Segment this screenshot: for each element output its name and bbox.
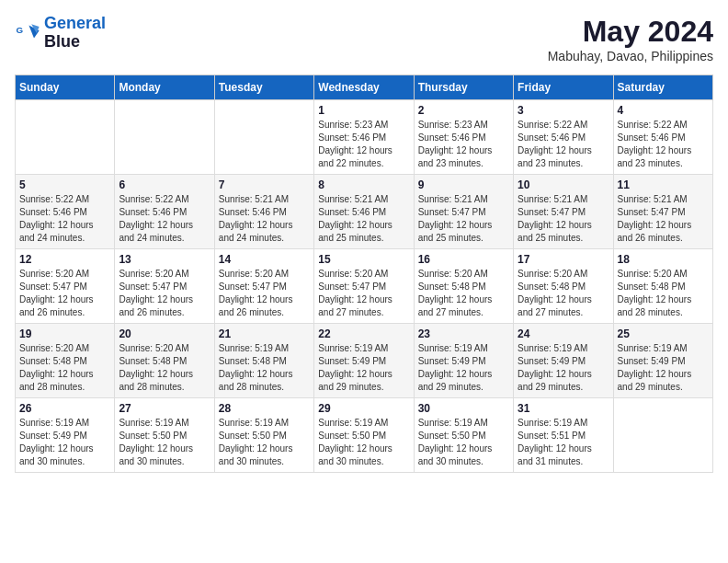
day-number: 15 <box>318 253 409 266</box>
day-number: 14 <box>219 253 310 266</box>
day-number: 27 <box>119 402 210 415</box>
logo: G General Blue <box>15 15 106 52</box>
day-header-tuesday: Tuesday <box>214 75 313 100</box>
day-number: 11 <box>618 178 709 191</box>
calendar-cell: 25Sunrise: 5:19 AM Sunset: 5:49 PM Dayli… <box>613 324 712 398</box>
calendar-cell: 13Sunrise: 5:20 AM Sunset: 5:47 PM Dayli… <box>115 249 214 324</box>
page-header: G General Blue May 2024 Mabuhay, Davao, … <box>15 15 713 63</box>
calendar-cell: 10Sunrise: 5:21 AM Sunset: 5:47 PM Dayli… <box>514 175 613 249</box>
day-info: Sunrise: 5:20 AM Sunset: 5:48 PM Dayligh… <box>19 342 110 394</box>
day-info: Sunrise: 5:19 AM Sunset: 5:49 PM Dayligh… <box>518 342 609 394</box>
day-info: Sunrise: 5:19 AM Sunset: 5:50 PM Dayligh… <box>418 417 509 468</box>
day-info: Sunrise: 5:22 AM Sunset: 5:46 PM Dayligh… <box>19 193 110 245</box>
day-info: Sunrise: 5:19 AM Sunset: 5:48 PM Dayligh… <box>219 342 310 394</box>
calendar-cell <box>16 100 115 175</box>
day-info: Sunrise: 5:22 AM Sunset: 5:46 PM Dayligh… <box>618 119 709 170</box>
day-number: 16 <box>418 253 509 266</box>
day-header-sunday: Sunday <box>16 75 115 100</box>
day-number: 21 <box>219 327 310 340</box>
day-info: Sunrise: 5:20 AM Sunset: 5:48 PM Dayligh… <box>418 268 509 319</box>
calendar-cell <box>115 100 214 175</box>
day-info: Sunrise: 5:19 AM Sunset: 5:49 PM Dayligh… <box>618 342 709 394</box>
day-number: 7 <box>219 178 310 191</box>
day-info: Sunrise: 5:21 AM Sunset: 5:46 PM Dayligh… <box>219 193 310 245</box>
logo-text: General Blue <box>44 15 106 52</box>
day-info: Sunrise: 5:22 AM Sunset: 5:46 PM Dayligh… <box>518 119 609 170</box>
calendar-cell: 23Sunrise: 5:19 AM Sunset: 5:49 PM Dayli… <box>414 324 513 398</box>
day-number: 30 <box>418 402 509 415</box>
day-info: Sunrise: 5:21 AM Sunset: 5:47 PM Dayligh… <box>418 193 509 245</box>
day-info: Sunrise: 5:20 AM Sunset: 5:48 PM Dayligh… <box>518 268 609 319</box>
day-number: 19 <box>19 327 110 340</box>
day-header-saturday: Saturday <box>613 75 712 100</box>
day-number: 28 <box>219 402 310 415</box>
day-number: 24 <box>518 327 609 340</box>
logo-line1: General <box>44 14 106 32</box>
calendar-cell: 29Sunrise: 5:19 AM Sunset: 5:50 PM Dayli… <box>314 398 414 473</box>
day-number: 5 <box>19 178 110 191</box>
calendar-cell: 16Sunrise: 5:20 AM Sunset: 5:48 PM Dayli… <box>414 249 513 324</box>
calendar-week-3: 19Sunrise: 5:20 AM Sunset: 5:48 PM Dayli… <box>16 324 713 398</box>
day-number: 9 <box>418 178 509 191</box>
logo-line2: Blue <box>44 33 106 52</box>
calendar-cell: 8Sunrise: 5:21 AM Sunset: 5:46 PM Daylig… <box>314 175 414 249</box>
calendar-cell: 24Sunrise: 5:19 AM Sunset: 5:49 PM Dayli… <box>514 324 613 398</box>
day-info: Sunrise: 5:23 AM Sunset: 5:46 PM Dayligh… <box>318 119 409 170</box>
calendar-cell: 22Sunrise: 5:19 AM Sunset: 5:49 PM Dayli… <box>314 324 414 398</box>
day-header-wednesday: Wednesday <box>314 75 414 100</box>
day-info: Sunrise: 5:19 AM Sunset: 5:49 PM Dayligh… <box>19 417 110 468</box>
calendar-cell: 11Sunrise: 5:21 AM Sunset: 5:47 PM Dayli… <box>613 175 712 249</box>
day-info: Sunrise: 5:19 AM Sunset: 5:50 PM Dayligh… <box>219 417 310 468</box>
calendar-cell: 15Sunrise: 5:20 AM Sunset: 5:47 PM Dayli… <box>314 249 414 324</box>
day-number: 3 <box>518 104 609 117</box>
day-number: 1 <box>318 104 409 117</box>
calendar-cell: 27Sunrise: 5:19 AM Sunset: 5:50 PM Dayli… <box>115 398 214 473</box>
day-info: Sunrise: 5:20 AM Sunset: 5:47 PM Dayligh… <box>19 268 110 319</box>
calendar-week-0: 1Sunrise: 5:23 AM Sunset: 5:46 PM Daylig… <box>16 100 713 175</box>
logo-icon: G <box>15 20 40 46</box>
day-header-friday: Friday <box>514 75 613 100</box>
calendar-cell: 19Sunrise: 5:20 AM Sunset: 5:48 PM Dayli… <box>16 324 115 398</box>
day-info: Sunrise: 5:19 AM Sunset: 5:49 PM Dayligh… <box>318 342 409 394</box>
day-number: 18 <box>618 253 709 266</box>
calendar-week-4: 26Sunrise: 5:19 AM Sunset: 5:49 PM Dayli… <box>16 398 713 473</box>
calendar-cell: 18Sunrise: 5:20 AM Sunset: 5:48 PM Dayli… <box>613 249 712 324</box>
day-info: Sunrise: 5:22 AM Sunset: 5:46 PM Dayligh… <box>119 193 210 245</box>
day-info: Sunrise: 5:19 AM Sunset: 5:49 PM Dayligh… <box>418 342 509 394</box>
day-number: 12 <box>19 253 110 266</box>
calendar-cell: 12Sunrise: 5:20 AM Sunset: 5:47 PM Dayli… <box>16 249 115 324</box>
day-number: 23 <box>418 327 509 340</box>
main-title: May 2024 <box>548 15 713 49</box>
day-info: Sunrise: 5:21 AM Sunset: 5:47 PM Dayligh… <box>618 193 709 245</box>
day-number: 13 <box>119 253 210 266</box>
calendar-cell: 7Sunrise: 5:21 AM Sunset: 5:46 PM Daylig… <box>214 175 313 249</box>
calendar-cell: 1Sunrise: 5:23 AM Sunset: 5:46 PM Daylig… <box>314 100 414 175</box>
day-number: 10 <box>518 178 609 191</box>
svg-text:G: G <box>16 25 23 35</box>
day-info: Sunrise: 5:20 AM Sunset: 5:48 PM Dayligh… <box>119 342 210 394</box>
calendar-cell: 2Sunrise: 5:23 AM Sunset: 5:46 PM Daylig… <box>414 100 513 175</box>
day-info: Sunrise: 5:23 AM Sunset: 5:46 PM Dayligh… <box>418 119 509 170</box>
day-number: 8 <box>318 178 409 191</box>
day-number: 17 <box>518 253 609 266</box>
calendar-cell: 31Sunrise: 5:19 AM Sunset: 5:51 PM Dayli… <box>514 398 613 473</box>
calendar-cell: 5Sunrise: 5:22 AM Sunset: 5:46 PM Daylig… <box>16 175 115 249</box>
calendar-cell: 6Sunrise: 5:22 AM Sunset: 5:46 PM Daylig… <box>115 175 214 249</box>
day-number: 20 <box>119 327 210 340</box>
calendar-cell: 26Sunrise: 5:19 AM Sunset: 5:49 PM Dayli… <box>16 398 115 473</box>
day-number: 26 <box>19 402 110 415</box>
day-info: Sunrise: 5:19 AM Sunset: 5:51 PM Dayligh… <box>518 417 609 468</box>
day-number: 31 <box>518 402 609 415</box>
calendar-header-row: SundayMondayTuesdayWednesdayThursdayFrid… <box>16 75 713 100</box>
day-header-thursday: Thursday <box>414 75 513 100</box>
day-info: Sunrise: 5:20 AM Sunset: 5:47 PM Dayligh… <box>318 268 409 319</box>
day-header-monday: Monday <box>115 75 214 100</box>
calendar-cell: 4Sunrise: 5:22 AM Sunset: 5:46 PM Daylig… <box>613 100 712 175</box>
day-info: Sunrise: 5:19 AM Sunset: 5:50 PM Dayligh… <box>119 417 210 468</box>
calendar-cell: 20Sunrise: 5:20 AM Sunset: 5:48 PM Dayli… <box>115 324 214 398</box>
day-number: 29 <box>318 402 409 415</box>
calendar-cell: 9Sunrise: 5:21 AM Sunset: 5:47 PM Daylig… <box>414 175 513 249</box>
day-info: Sunrise: 5:20 AM Sunset: 5:47 PM Dayligh… <box>119 268 210 319</box>
title-area: May 2024 Mabuhay, Davao, Philippines <box>548 15 713 63</box>
day-number: 4 <box>618 104 709 117</box>
